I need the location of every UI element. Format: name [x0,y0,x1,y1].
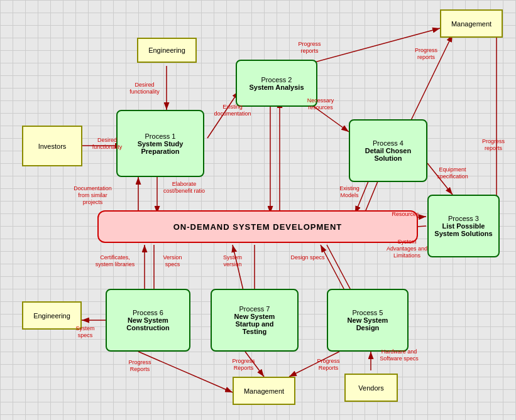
process2-main: System Analysis [249,83,304,91]
engineering-top-label: Engineering [148,46,185,54]
process6-label: Process 6 [133,309,163,316]
label-system-advantages: System Advantages and Limitations [383,239,431,259]
label-resources: Resources [387,211,424,218]
label-progress-reports-right: Progress reports [475,138,512,152]
label-system-specs: System specs [68,325,102,339]
label-progress-reports-top1: Progress reports [289,41,330,55]
label-progress-reports-p7: Progress Reports [223,358,264,372]
center-bar-label: ON-DEMAND SYSTEM DEVELOPMENT [173,222,343,232]
diagram-canvas: Engineering Investors Management Process… [0,0,516,420]
label-hardware-software: Hardware and Software specs [374,348,424,362]
investors-label: Investors [38,143,67,150]
process3-label: Process 3 [448,215,479,222]
management-bottom-label: Management [244,387,284,395]
label-necessary-resources: Necessary resources [299,97,343,111]
label-existing-models: Existing Models [331,185,368,199]
process5-box: Process 5 New System Design [327,289,409,352]
process3-box: Process 3 List Possible System Solutions [427,195,500,257]
engineering-bottom-label: Engineering [33,312,70,320]
label-version-specs: Version specs [155,254,190,268]
label-existing-documentation: Existing documentation [211,104,255,117]
process1-main: System Study Preparation [138,140,184,155]
process7-box: Process 7 New System Startup and Testing [211,289,299,352]
management-top-label: Management [451,20,491,28]
label-equipment-spec: Equipment specification [431,166,475,180]
management-top-box: Management [440,9,503,38]
management-bottom-box: Management [233,377,295,405]
process7-label: Process 7 [239,305,270,313]
process4-box: Process 4 Detail Chosen Solution [349,119,427,182]
process5-main: New System Design [348,316,388,331]
process6-box: Process 6 New System Construction [106,289,190,352]
label-desired-functionality-top: Desired functionality [123,82,167,95]
label-elaborate-cost: Elaborate cost/benefit ratio [162,181,206,195]
process7-main: New System Startup and Testing [234,313,275,335]
label-progress-reports-top2: Progress reports [407,47,445,61]
process5-label: Process 5 [353,309,383,316]
process2-label: Process 2 [261,76,292,83]
vendors-label: Vendors [358,384,383,392]
process4-label: Process 4 [373,139,403,147]
center-bar: ON-DEMAND SYSTEM DEVELOPMENT [97,210,418,243]
label-system-version: System version [214,254,251,268]
label-desired-functionality-investors: Desired functionality [84,137,131,151]
vendors-box: Vendors [344,374,398,402]
process3-main: List Possible System Solutions [434,222,492,237]
label-certificates: Certificates, system libraries [93,254,137,268]
label-progress-reports-p5: Progress Reports [308,358,349,372]
process1-label: Process 1 [145,132,176,140]
label-documentation-similar: Documentation from similar projects [69,185,116,205]
process6-main: New System Construction [126,316,169,331]
investors-box: Investors [22,126,82,166]
label-design-specs: Design specs [290,254,325,261]
label-progress-reports-p6: Progress Reports [119,359,160,373]
process4-main: Detail Chosen Solution [365,147,411,162]
engineering-top-box: Engineering [137,38,197,63]
